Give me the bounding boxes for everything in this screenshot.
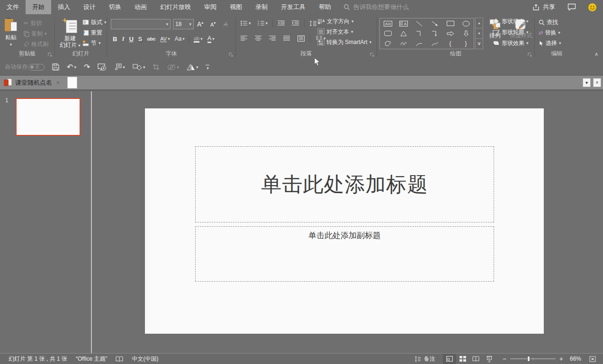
shape-down-arrow[interactable] [458,28,474,38]
shape-fill-button[interactable]: 形状填充 ▾ [493,17,529,26]
text-direction-button[interactable]: 文字方向 ▾ [317,17,354,26]
slideshow-view-button[interactable] [483,354,496,364]
tell-me-search[interactable]: 告诉我你想要做什么 [343,3,532,11]
tab-bar-close-icon[interactable]: × [593,78,601,87]
shape-vertical-textbox[interactable]: A [396,18,411,28]
paste-button[interactable]: 粘贴 ▾ [3,17,19,48]
shape-line[interactable] [411,18,427,28]
new-slide-button[interactable]: 新建 幻灯片 ▾ [58,17,82,50]
shape-curve[interactable] [427,39,442,49]
copy-button[interactable]: 复制 ▾ [24,29,47,38]
feedback-smiley-icon[interactable] [588,3,596,11]
tab-close-icon[interactable]: × [56,80,60,86]
document-tab[interactable]: 课堂随机点名 × [0,75,64,90]
find-button[interactable]: 查找 [539,18,558,27]
grow-font-button[interactable]: A▴ [197,20,203,28]
redo-button[interactable]: ↷ [84,62,90,71]
font-dialog-launcher-icon[interactable] [229,53,234,57]
gallery-more-icon[interactable]: ▾ [475,38,483,49]
slide-thumbnail-1[interactable] [16,98,81,136]
align-right-button[interactable] [267,35,278,42]
language-status[interactable]: 中文(中国) [132,355,158,363]
shape-arc[interactable] [411,39,427,49]
merge-shapes-button[interactable]: ▾ [167,64,179,71]
numbering-button[interactable]: ▾ [256,20,270,27]
menu-view[interactable]: 视图 [223,0,249,14]
collapse-ribbon-icon[interactable]: ∧ [594,51,598,57]
gallery-scroll-up-icon[interactable]: ▴ [475,18,483,28]
menu-insert[interactable]: 插入 [51,0,77,14]
increase-indent-button[interactable] [290,20,301,27]
menu-file[interactable]: 文件 [0,0,26,14]
theme-status[interactable]: “Office 主题” [76,355,107,363]
menu-home[interactable]: 开始 [26,0,51,14]
menu-record[interactable]: 录制 [249,0,274,14]
zoom-out-button[interactable]: − [503,355,506,363]
replace-button[interactable]: ⇄ 替换 ▾ [539,28,560,37]
decrease-indent-button[interactable] [276,20,287,27]
align-text-button[interactable]: 对齐文本 ▾ [317,27,353,36]
menu-design[interactable]: 设计 [77,0,102,14]
slide-number-status[interactable]: 幻灯片 第 1 张 , 共 1 张 [9,355,67,363]
zoom-percentage[interactable]: 66% [563,355,581,362]
change-shape-button[interactable]: ▾ [133,63,145,71]
shape-rectangle[interactable] [442,18,458,28]
shape-right-brace[interactable]: } [458,39,474,49]
shape-scribble[interactable] [396,39,411,49]
shape-effects-button[interactable]: 形状效果 ▾ [493,39,529,47]
tab-list-dropdown-icon[interactable]: ▾ [583,78,591,87]
subtitle-placeholder[interactable]: 单击此处添加副标题 [195,226,494,282]
text-highlight-button[interactable]: ab ▾ [192,35,205,43]
comments-icon[interactable] [567,3,576,11]
shape-elbow-arrow-connector[interactable] [427,28,442,38]
layout-button[interactable]: 版式 ▾ [82,18,107,27]
share-button[interactable]: 共享 [532,3,555,11]
menu-help[interactable]: 帮助 [312,0,338,14]
shape-arrow[interactable] [427,18,442,28]
title-placeholder[interactable]: 单击此处添加标题 [195,146,494,222]
font-color-button[interactable]: A ▾ [206,34,216,44]
reuse-slides-button[interactable]: ▾ [114,63,125,71]
menu-review[interactable]: 审阅 [198,0,223,14]
menu-slideshow[interactable]: 幻灯片放映 [153,0,198,14]
align-center-button[interactable] [253,35,264,42]
change-case-button[interactable]: Aa ▾ [173,35,187,43]
qat-customize-button[interactable]: ▾ [206,65,209,70]
shape-elbow-connector[interactable] [411,28,427,38]
shape-freeform[interactable] [380,39,396,49]
drawing-dialog-launcher-icon[interactable] [528,53,532,57]
normal-view-button[interactable] [443,354,456,364]
menu-transitions[interactable]: 切换 [102,0,128,14]
menu-devtools[interactable]: 开发工具 [274,0,312,14]
slide-sorter-view-button[interactable] [456,354,469,364]
shape-outline-button[interactable]: 形状轮廓 ▾ [493,28,529,36]
font-name-combo[interactable]: ▾ [111,19,171,29]
menu-animations[interactable]: 动画 [128,0,153,14]
shape-oval[interactable] [458,18,474,28]
text-shadow-button[interactable]: S [136,35,144,43]
start-slideshow-button[interactable] [98,63,107,71]
notes-button[interactable]: 备注 [414,355,435,363]
paragraph-dialog-launcher-icon[interactable] [370,53,375,57]
new-blank-tab[interactable] [67,77,77,89]
gallery-scroll-down-icon[interactable]: ▾ [475,28,483,39]
justify-button[interactable] [281,35,292,42]
fit-to-window-button[interactable] [586,354,599,364]
format-painter-button[interactable]: 格式刷 [24,40,48,48]
zoom-slider-thumb[interactable] [527,356,530,362]
crop-button[interactable] [153,63,160,71]
italic-button[interactable]: I [120,35,126,43]
shape-triangle[interactable] [396,28,411,38]
convert-smartart-button[interactable]: 转换为 SmartArt ▾ [317,38,371,46]
shape-left-brace[interactable]: { [442,39,458,49]
shape-rounded-rectangle[interactable] [380,28,396,38]
reading-view-button[interactable] [469,354,483,364]
strikethrough-button[interactable]: abc [145,36,158,42]
panel-splitter[interactable] [91,91,92,353]
zoom-slider[interactable] [510,358,556,359]
distribute-button[interactable] [296,35,306,42]
undo-button[interactable]: ↶ ▾ [67,62,76,71]
shrink-font-button[interactable]: A▾ [210,20,216,28]
clipboard-dialog-launcher-icon[interactable] [48,53,53,57]
font-size-combo[interactable]: 18 ▾ [173,19,194,29]
